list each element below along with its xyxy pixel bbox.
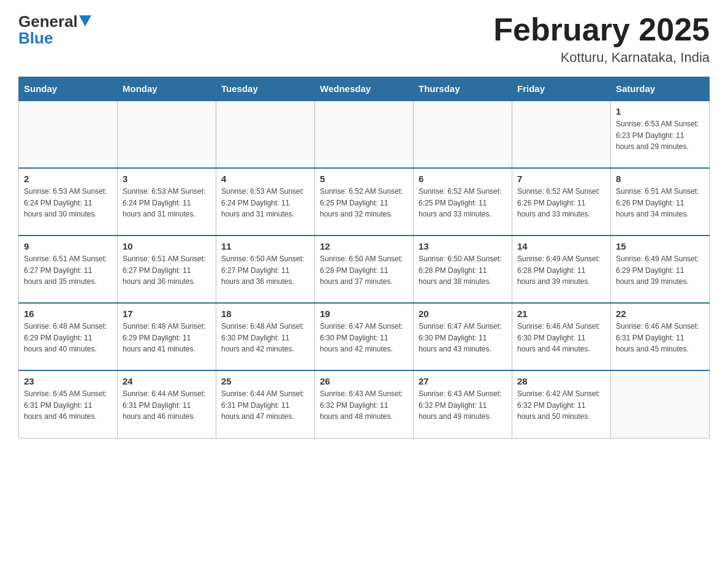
header-sunday: Sunday (19, 77, 118, 101)
day-info: Sunrise: 6:52 AM Sunset: 6:25 PM Dayligh… (320, 186, 408, 220)
day-number: 26 (320, 376, 408, 386)
day-number: 2 (24, 174, 112, 184)
calendar-cell: 20Sunrise: 6:47 AM Sunset: 6:30 PM Dayli… (414, 303, 512, 370)
day-info: Sunrise: 6:48 AM Sunset: 6:29 PM Dayligh… (24, 321, 112, 355)
calendar-cell: 16Sunrise: 6:48 AM Sunset: 6:29 PM Dayli… (19, 303, 118, 370)
day-number: 20 (419, 308, 507, 319)
day-info: Sunrise: 6:48 AM Sunset: 6:30 PM Dayligh… (221, 321, 309, 355)
week-row-5: 23Sunrise: 6:45 AM Sunset: 6:31 PM Dayli… (19, 370, 710, 438)
day-number: 21 (517, 308, 605, 319)
calendar-cell: 15Sunrise: 6:49 AM Sunset: 6:29 PM Dayli… (611, 236, 710, 303)
day-number: 14 (517, 241, 605, 251)
calendar-table: Sunday Monday Tuesday Wednesday Thursday… (18, 77, 710, 439)
day-number: 10 (123, 241, 211, 251)
calendar-cell: 21Sunrise: 6:46 AM Sunset: 6:30 PM Dayli… (512, 303, 611, 370)
day-info: Sunrise: 6:53 AM Sunset: 6:24 PM Dayligh… (24, 186, 112, 220)
day-info: Sunrise: 6:43 AM Sunset: 6:32 PM Dayligh… (320, 388, 408, 423)
calendar-cell: 5Sunrise: 6:52 AM Sunset: 6:25 PM Daylig… (315, 168, 414, 236)
day-info: Sunrise: 6:52 AM Sunset: 6:26 PM Dayligh… (517, 186, 605, 220)
calendar-cell (216, 101, 315, 168)
day-number: 24 (123, 376, 211, 386)
calendar-cell (19, 101, 118, 168)
day-info: Sunrise: 6:51 AM Sunset: 6:27 PM Dayligh… (123, 253, 211, 288)
calendar-cell: 6Sunrise: 6:52 AM Sunset: 6:25 PM Daylig… (414, 168, 512, 236)
day-info: Sunrise: 6:53 AM Sunset: 6:24 PM Dayligh… (221, 186, 309, 220)
calendar-cell: 8Sunrise: 6:51 AM Sunset: 6:26 PM Daylig… (611, 168, 710, 236)
calendar-cell (118, 101, 216, 168)
day-number: 15 (616, 241, 704, 251)
day-info: Sunrise: 6:53 AM Sunset: 6:24 PM Dayligh… (123, 186, 211, 220)
calendar-cell: 27Sunrise: 6:43 AM Sunset: 6:32 PM Dayli… (414, 370, 512, 438)
calendar-cell: 1Sunrise: 6:53 AM Sunset: 6:23 PM Daylig… (611, 101, 710, 168)
calendar-cell: 26Sunrise: 6:43 AM Sunset: 6:32 PM Dayli… (315, 370, 414, 438)
day-info: Sunrise: 6:53 AM Sunset: 6:23 PM Dayligh… (616, 118, 704, 153)
header-thursday: Thursday (414, 77, 512, 101)
header-saturday: Saturday (611, 77, 710, 101)
weekday-header-row: Sunday Monday Tuesday Wednesday Thursday… (19, 77, 710, 101)
day-number: 3 (123, 174, 211, 184)
calendar-cell: 7Sunrise: 6:52 AM Sunset: 6:26 PM Daylig… (512, 168, 611, 236)
day-number: 13 (419, 241, 507, 251)
calendar-cell: 24Sunrise: 6:44 AM Sunset: 6:31 PM Dayli… (118, 370, 216, 438)
day-info: Sunrise: 6:49 AM Sunset: 6:29 PM Dayligh… (616, 253, 704, 288)
calendar-cell (611, 370, 710, 438)
calendar-cell (315, 101, 414, 168)
day-number: 9 (24, 241, 112, 251)
calendar-cell: 14Sunrise: 6:49 AM Sunset: 6:28 PM Dayli… (512, 236, 611, 303)
day-info: Sunrise: 6:51 AM Sunset: 6:27 PM Dayligh… (24, 253, 112, 288)
calendar-cell: 11Sunrise: 6:50 AM Sunset: 6:27 PM Dayli… (216, 236, 315, 303)
calendar-cell (414, 101, 512, 168)
calendar-cell: 2Sunrise: 6:53 AM Sunset: 6:24 PM Daylig… (19, 168, 118, 236)
calendar-cell: 9Sunrise: 6:51 AM Sunset: 6:27 PM Daylig… (19, 236, 118, 303)
calendar-header: Sunday Monday Tuesday Wednesday Thursday… (19, 77, 710, 101)
day-info: Sunrise: 6:50 AM Sunset: 6:28 PM Dayligh… (320, 253, 408, 288)
month-title: February 2025 (493, 12, 710, 47)
calendar-cell: 28Sunrise: 6:42 AM Sunset: 6:32 PM Dayli… (512, 370, 611, 438)
day-info: Sunrise: 6:49 AM Sunset: 6:28 PM Dayligh… (517, 253, 605, 288)
day-info: Sunrise: 6:50 AM Sunset: 6:28 PM Dayligh… (419, 253, 507, 288)
day-number: 22 (616, 308, 704, 319)
day-number: 4 (221, 174, 309, 184)
day-info: Sunrise: 6:42 AM Sunset: 6:32 PM Dayligh… (517, 388, 605, 423)
title-area: February 2025 Kotturu, Karnataka, India (493, 12, 710, 66)
day-info: Sunrise: 6:48 AM Sunset: 6:29 PM Dayligh… (123, 321, 211, 355)
day-number: 23 (24, 376, 112, 386)
day-info: Sunrise: 6:44 AM Sunset: 6:31 PM Dayligh… (123, 388, 211, 423)
calendar-cell (512, 101, 611, 168)
day-number: 8 (616, 174, 704, 184)
day-number: 11 (221, 241, 309, 251)
logo: General Blue (18, 12, 91, 48)
calendar-cell: 3Sunrise: 6:53 AM Sunset: 6:24 PM Daylig… (118, 168, 216, 236)
day-info: Sunrise: 6:43 AM Sunset: 6:32 PM Dayligh… (419, 388, 507, 423)
calendar-cell: 23Sunrise: 6:45 AM Sunset: 6:31 PM Dayli… (19, 370, 118, 438)
header-tuesday: Tuesday (216, 77, 315, 101)
week-row-2: 2Sunrise: 6:53 AM Sunset: 6:24 PM Daylig… (19, 168, 710, 236)
day-info: Sunrise: 6:50 AM Sunset: 6:27 PM Dayligh… (221, 253, 309, 288)
day-number: 6 (419, 174, 507, 184)
day-info: Sunrise: 6:45 AM Sunset: 6:31 PM Dayligh… (24, 388, 112, 423)
day-number: 19 (320, 308, 408, 319)
day-info: Sunrise: 6:46 AM Sunset: 6:30 PM Dayligh… (517, 321, 605, 355)
day-info: Sunrise: 6:47 AM Sunset: 6:30 PM Dayligh… (419, 321, 507, 355)
calendar-cell: 22Sunrise: 6:46 AM Sunset: 6:31 PM Dayli… (611, 303, 710, 370)
week-row-3: 9Sunrise: 6:51 AM Sunset: 6:27 PM Daylig… (19, 236, 710, 303)
location-title: Kotturu, Karnataka, India (493, 50, 710, 66)
calendar-cell: 10Sunrise: 6:51 AM Sunset: 6:27 PM Dayli… (118, 236, 216, 303)
calendar-cell: 18Sunrise: 6:48 AM Sunset: 6:30 PM Dayli… (216, 303, 315, 370)
day-info: Sunrise: 6:51 AM Sunset: 6:26 PM Dayligh… (616, 186, 704, 220)
day-info: Sunrise: 6:47 AM Sunset: 6:30 PM Dayligh… (320, 321, 408, 355)
day-number: 16 (24, 308, 112, 319)
calendar-cell: 4Sunrise: 6:53 AM Sunset: 6:24 PM Daylig… (216, 168, 315, 236)
day-number: 18 (221, 308, 309, 319)
logo-blue-text: Blue (18, 29, 53, 48)
header-monday: Monday (118, 77, 216, 101)
calendar-body: 1Sunrise: 6:53 AM Sunset: 6:23 PM Daylig… (19, 101, 710, 438)
day-info: Sunrise: 6:46 AM Sunset: 6:31 PM Dayligh… (616, 321, 704, 355)
day-number: 1 (616, 106, 704, 117)
calendar-cell: 17Sunrise: 6:48 AM Sunset: 6:29 PM Dayli… (118, 303, 216, 370)
day-number: 7 (517, 174, 605, 184)
day-number: 12 (320, 241, 408, 251)
header-friday: Friday (512, 77, 611, 101)
day-number: 17 (123, 308, 211, 319)
calendar-cell: 25Sunrise: 6:44 AM Sunset: 6:31 PM Dayli… (216, 370, 315, 438)
